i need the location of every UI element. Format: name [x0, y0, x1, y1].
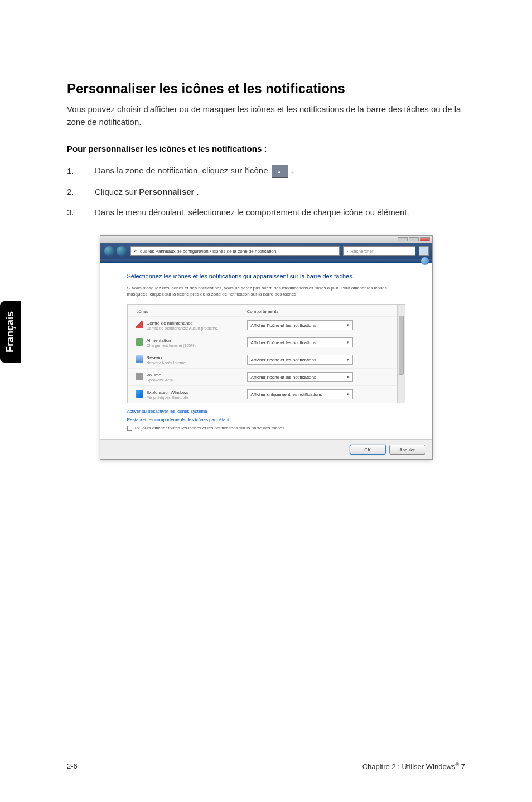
link-restore-defaults[interactable]: Restaurer les comportements des icônes p… [127, 417, 405, 422]
icon-row: Explorateur Windows Périphériques Blueto… [128, 385, 405, 403]
icon-cell: Réseau Network Accès Internet [136, 355, 247, 365]
step-text: Cliquez sur Personnaliser . [95, 186, 465, 199]
breadcrumb[interactable]: « Tous les Panneaux de configuration › I… [130, 246, 340, 256]
link-system-icons[interactable]: Activer ou désactiver les icônes système [127, 409, 405, 414]
step-1-before: Dans la zone de notification, cliquez su… [95, 166, 270, 175]
dialog-window: « Tous les Panneaux de configuration › I… [100, 235, 433, 460]
chevron-down-icon: ▾ [347, 323, 349, 327]
step-3: 3. Dans le menu déroulant, sélectionnez … [67, 206, 465, 219]
behavior-select[interactable]: Afficher l'icône et les notifications ▾ [247, 337, 353, 347]
chevron-down-icon: ▾ [347, 392, 349, 397]
power-icon [136, 338, 143, 346]
icons-panel: Icônes Comportements Centre de maintenan… [127, 304, 405, 403]
content-title: Sélectionnez les icônes et les notificat… [127, 273, 405, 279]
chapter-title: Chapitre 2 : Utiliser Windows® 7 [362, 762, 465, 771]
step-text: Dans la zone de notification, cliquez su… [95, 165, 465, 178]
search-input[interactable]: Rechercher [343, 246, 415, 256]
behavior-cell: Afficher l'icône et les notifications ▾ [247, 337, 397, 347]
icon-label: Centre de maintenance [147, 321, 221, 326]
select-value: Afficher l'icône et les notifications [251, 323, 316, 328]
step-1-after: . [292, 166, 294, 175]
page-content: Personnaliser les icônes et les notifica… [0, 0, 532, 460]
network-icon [136, 355, 143, 363]
icon-row: Alimentation Chargement terminé (100%) A… [128, 334, 405, 351]
scrollbar[interactable] [397, 305, 405, 403]
behavior-select[interactable]: Afficher l'icône et les notifications ▾ [247, 355, 353, 365]
icon-cell: Centre de maintenance Centre de maintena… [136, 321, 247, 330]
button-bar: OK Annuler [100, 439, 432, 459]
content-area: Sélectionnez les icônes et les notificat… [100, 263, 432, 439]
sub-heading: Pour personnaliser les icônes et les not… [67, 144, 465, 153]
page-footer: 2-6 Chapitre 2 : Utiliser Windows® 7 [67, 757, 465, 771]
links-area: Activer ou désactiver les icônes système… [127, 403, 405, 434]
step-text: Dans le menu déroulant, sélectionnez le … [95, 206, 465, 219]
explorer-icon [136, 390, 143, 398]
cancel-button[interactable]: Annuler [389, 445, 425, 455]
behavior-select[interactable]: Afficher l'icône et les notifications ▾ [247, 320, 353, 330]
checkbox-label: Toujours afficher toutes les icônes et l… [134, 426, 285, 431]
behavior-cell: Afficher l'icône et les notifications ▾ [247, 355, 397, 365]
ok-button[interactable]: OK [350, 445, 386, 455]
icon-label: Volume [147, 373, 173, 378]
step-list: 1. Dans la zone de notification, cliquez… [67, 165, 465, 219]
step-number: 1. [67, 165, 95, 178]
behavior-cell: Afficher l'icône et les notifications ▾ [247, 372, 397, 382]
search-icon[interactable] [419, 246, 429, 256]
column-icons: Icônes [136, 309, 247, 314]
icon-cell: Volume Speakers: 42% [136, 373, 247, 382]
nav-buttons [104, 245, 127, 257]
step-number: 2. [67, 186, 95, 199]
step-2-before: Cliquez sur [95, 187, 139, 196]
select-value: Afficher uniquement les notifications [251, 392, 322, 397]
icon-row: Volume Speakers: 42% Afficher l'icône et… [128, 368, 405, 385]
select-value: Afficher l'icône et les notifications [251, 357, 316, 363]
help-icon[interactable] [421, 257, 429, 265]
always-show-checkbox[interactable] [127, 426, 132, 431]
icon-cell: Explorateur Windows Périphériques Blueto… [136, 390, 247, 399]
chevron-down-icon: ▾ [347, 340, 349, 345]
footer-prefix: Chapitre 2 : Utiliser Windows [362, 762, 456, 771]
icon-sublabel: Périphériques Bluetooth [147, 395, 189, 399]
title-bar [100, 236, 432, 243]
language-tab: Français [0, 301, 21, 363]
content-description: Si vous masquez des icônes et des notifi… [127, 285, 405, 297]
step-2: 2. Cliquez sur Personnaliser . [67, 186, 465, 199]
flag-icon [136, 321, 143, 328]
chevron-down-icon: ▾ [347, 375, 349, 379]
icon-label: Explorateur Windows [147, 390, 189, 395]
step-1: 1. Dans la zone de notification, cliquez… [67, 165, 465, 178]
icon-label: Alimentation [147, 338, 196, 344]
address-bar: « Tous les Panneaux de configuration › I… [100, 243, 432, 259]
back-button[interactable] [104, 245, 115, 257]
icon-sublabel: Chargement terminé (100%) [147, 344, 196, 347]
screenshot-container: « Tous les Panneaux de configuration › I… [67, 235, 465, 460]
icon-row: Réseau Network Accès Internet Afficher l… [128, 351, 405, 368]
close-button[interactable] [420, 237, 430, 241]
icon-cell: Alimentation Chargement terminé (100%) [136, 338, 247, 347]
scroll-thumb[interactable] [399, 316, 404, 375]
step-number: 3. [67, 206, 95, 219]
chevron-down-icon: ▾ [347, 357, 349, 362]
step-2-after: . [197, 187, 199, 196]
behavior-select[interactable]: Afficher uniquement les notifications ▾ [247, 389, 353, 399]
footer-suffix: 7 [459, 762, 465, 771]
select-value: Afficher l'icône et les notifications [251, 375, 316, 380]
intro-paragraph: Vous pouvez choisir d'afficher ou de mas… [67, 103, 465, 128]
icon-label: Réseau [147, 355, 187, 361]
checkbox-row: Toujours afficher toutes les icônes et l… [127, 426, 405, 431]
icon-sublabel: Network Accès Internet [147, 361, 187, 365]
behavior-cell: Afficher l'icône et les notifications ▾ [247, 320, 397, 330]
minimize-button[interactable] [398, 237, 408, 241]
maximize-button[interactable] [409, 237, 419, 241]
page-number: 2-6 [67, 762, 78, 771]
volume-icon [136, 373, 143, 380]
icon-sublabel: Centre de maintenance: Aucun problème... [147, 326, 221, 330]
tray-arrow-icon [272, 165, 288, 178]
main-heading: Personnaliser les icônes et les notifica… [67, 81, 465, 96]
icon-sublabel: Speakers: 42% [147, 378, 173, 382]
behavior-cell: Afficher uniquement les notifications ▾ [247, 389, 397, 399]
forward-button[interactable] [116, 245, 127, 257]
select-value: Afficher l'icône et les notifications [251, 340, 316, 345]
behavior-select[interactable]: Afficher l'icône et les notifications ▾ [247, 372, 353, 382]
step-2-bold: Personnaliser [139, 187, 194, 196]
